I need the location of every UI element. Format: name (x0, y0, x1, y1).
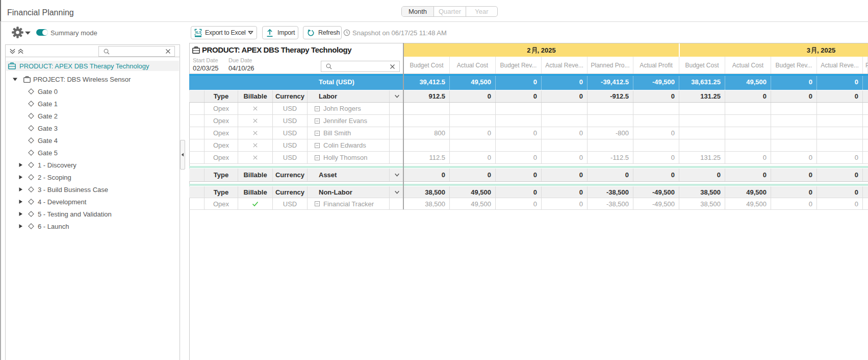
svg-text:XLS: XLS (195, 30, 201, 34)
